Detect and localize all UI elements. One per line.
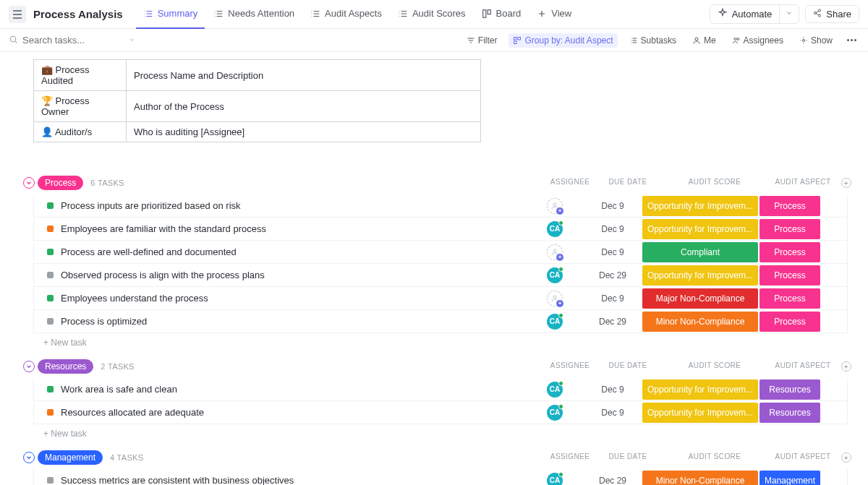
group-count: 6 TASKS — [90, 179, 124, 187]
search-icon — [9, 35, 18, 46]
cell-audit-aspect[interactable]: Process — [760, 312, 820, 332]
meta-value[interactable]: Process Name and Description — [127, 60, 481, 91]
task-name[interactable]: Process are well-defined and documented — [61, 246, 526, 257]
assignee-empty[interactable]: + — [547, 198, 563, 214]
task-name[interactable]: Process is optimized — [61, 316, 526, 327]
task-row[interactable]: Resources allocated are adequateCADec 9O… — [33, 401, 848, 424]
task-name[interactable]: Work area is safe and clean — [61, 384, 526, 395]
task-name[interactable]: Success metrics are consistent with busi… — [61, 475, 526, 485]
filterbar: Filter Group by: Audit Aspect Subtasks M… — [0, 29, 868, 52]
status-indicator[interactable] — [47, 318, 54, 325]
add-column[interactable]: + — [841, 361, 851, 372]
assignee-empty[interactable]: + — [547, 291, 563, 306]
task-row[interactable]: Success metrics are consistent with busi… — [33, 469, 848, 485]
task-row[interactable]: Observed process is align with the proce… — [33, 264, 848, 287]
automate-button[interactable]: Automate — [710, 5, 780, 23]
tab-board[interactable]: Board — [475, 0, 529, 29]
cell-audit-score[interactable]: Opportunity for Improvem... — [642, 196, 758, 216]
tab-view[interactable]: View — [529, 0, 579, 29]
collapse-toggle[interactable] — [23, 177, 35, 189]
group-by-button[interactable]: Group by: Audit Aspect — [509, 33, 617, 48]
cell-audit-score[interactable]: Minor Non-Compliance — [642, 312, 758, 332]
add-column[interactable]: + — [841, 178, 851, 188]
cell-due-date[interactable]: Dec 9 — [584, 293, 642, 304]
cell-audit-aspect[interactable]: Process — [760, 242, 820, 262]
group-pill[interactable]: Process — [38, 176, 83, 190]
cell-due-date[interactable]: Dec 9 — [584, 408, 642, 418]
share-button[interactable]: Share — [805, 5, 859, 23]
automate-dropdown[interactable] — [779, 5, 799, 23]
cell-audit-score[interactable]: Opportunity for Improvem... — [642, 219, 758, 239]
assignee-empty[interactable]: + — [547, 244, 563, 260]
add-column[interactable]: + — [841, 452, 851, 463]
task-row[interactable]: Process are well-defined and documented+… — [33, 241, 848, 264]
filter-button[interactable]: Filter — [462, 33, 502, 48]
assignees-button[interactable]: Assignees — [728, 33, 788, 48]
cell-audit-score[interactable]: Major Non-Compliance — [642, 288, 758, 309]
assignee-avatar[interactable]: CA — [547, 267, 563, 283]
cell-audit-aspect[interactable]: Process — [760, 265, 820, 286]
cell-due-date[interactable]: Dec 9 — [584, 201, 642, 211]
task-row[interactable]: Process inputs are prioritized based on … — [33, 194, 848, 218]
cell-audit-score[interactable]: Opportunity for Improvem... — [642, 265, 758, 286]
status-indicator[interactable] — [47, 202, 54, 209]
cell-audit-score[interactable]: Compliant — [642, 242, 758, 262]
me-button[interactable]: Me — [688, 33, 720, 48]
group-pill[interactable]: Management — [38, 450, 103, 465]
status-indicator[interactable] — [47, 249, 54, 255]
task-row[interactable]: Employees understand the process+Dec 9Ma… — [33, 287, 848, 310]
cell-audit-aspect[interactable]: Process — [760, 288, 820, 309]
task-name[interactable]: Employees understand the process — [61, 293, 526, 304]
cell-audit-score[interactable]: Minor Non-Compliance — [642, 471, 758, 486]
assignee-avatar[interactable]: CA — [547, 314, 563, 330]
cell-audit-aspect[interactable]: Resources — [760, 403, 820, 423]
subtasks-button[interactable]: Subtasks — [625, 33, 681, 48]
task-row[interactable]: Work area is safe and cleanCADec 9Opport… — [33, 378, 848, 401]
task-row[interactable]: Process is optimizedCADec 29Minor Non-Co… — [33, 310, 848, 333]
cell-audit-score[interactable]: Opportunity for Improvem... — [642, 379, 758, 400]
tab-audit-aspects[interactable]: Audit Aspects — [303, 0, 389, 29]
new-task-button[interactable]: + New task — [43, 338, 868, 348]
cell-audit-score[interactable]: Opportunity for Improvem... — [642, 403, 758, 423]
new-task-button[interactable]: + New task — [43, 429, 868, 439]
cell-due-date[interactable]: Dec 29 — [584, 476, 642, 486]
meta-row: 👤 Auditor/sWho is auditing [Assignee] — [34, 122, 481, 142]
cell-due-date[interactable]: Dec 9 — [584, 224, 642, 234]
cell-audit-aspect[interactable]: Management — [760, 471, 820, 486]
task-row[interactable]: Employees are familiar with the standard… — [33, 218, 848, 241]
more-menu[interactable] — [844, 36, 859, 44]
cell-due-date[interactable]: Dec 9 — [584, 247, 642, 257]
task-name[interactable]: Resources allocated are adequate — [61, 407, 526, 418]
status-indicator[interactable] — [47, 477, 54, 484]
search-dropdown[interactable] — [128, 35, 135, 46]
meta-value[interactable]: Author of the Process — [127, 91, 481, 122]
task-name[interactable]: Employees are familiar with the standard… — [61, 223, 526, 234]
status-indicator[interactable] — [47, 295, 54, 301]
assignee-avatar[interactable]: CA — [547, 221, 563, 237]
tab-audit-scores[interactable]: Audit Scores — [391, 0, 473, 29]
collapse-toggle[interactable] — [23, 452, 35, 463]
assignee-avatar[interactable]: CA — [547, 405, 563, 421]
group-pill[interactable]: Resources — [38, 359, 93, 374]
cell-due-date[interactable]: Dec 9 — [584, 385, 642, 395]
cell-due-date[interactable]: Dec 29 — [584, 317, 642, 327]
search-input[interactable] — [22, 35, 124, 46]
cell-audit-aspect[interactable]: Process — [760, 219, 820, 239]
menu-toggle[interactable] — [9, 6, 26, 23]
status-indicator[interactable] — [47, 226, 54, 232]
tab-summary[interactable]: Summary — [136, 0, 205, 29]
show-button[interactable]: Show — [795, 33, 837, 48]
assignee-avatar[interactable]: CA — [547, 382, 563, 398]
status-indicator[interactable] — [47, 386, 54, 392]
status-indicator[interactable] — [47, 272, 54, 278]
meta-value[interactable]: Who is auditing [Assignee] — [127, 122, 481, 142]
tab-needs-attention[interactable]: Needs Attention — [206, 0, 302, 29]
cell-audit-aspect[interactable]: Resources — [760, 379, 820, 400]
task-name[interactable]: Process inputs are prioritized based on … — [61, 200, 526, 211]
task-name[interactable]: Observed process is align with the proce… — [61, 270, 526, 280]
status-indicator[interactable] — [47, 409, 54, 416]
cell-due-date[interactable]: Dec 29 — [584, 270, 642, 280]
cell-audit-aspect[interactable]: Process — [760, 196, 820, 216]
assignee-avatar[interactable]: CA — [547, 473, 563, 486]
collapse-toggle[interactable] — [23, 361, 35, 372]
